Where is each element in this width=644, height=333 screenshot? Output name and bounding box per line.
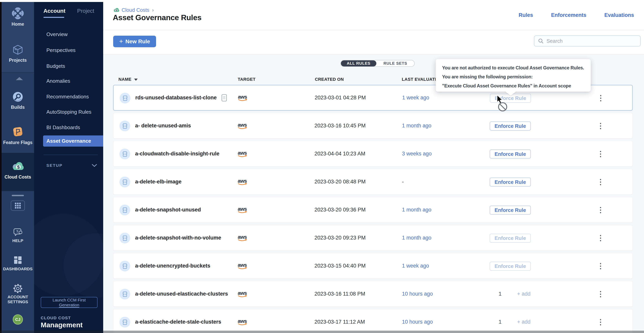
table-row[interactable]: a-delete-unencrypted-buckets aws 2023-03…	[113, 253, 633, 279]
rule-name[interactable]: rds-unused-databases-list-clone	[135, 85, 227, 110]
module-picker-button[interactable]	[11, 200, 25, 211]
rule-name[interactable]: a- delete-unused-amis	[135, 113, 191, 138]
created-on-value: 2023-03-17 11:12 AM	[314, 309, 365, 333]
rule-name[interactable]: a-elasticache-delete-stale-clusters	[135, 309, 221, 333]
sidebar-item-builds[interactable]: Builds	[2, 91, 34, 110]
row-menu-button[interactable]	[596, 121, 604, 131]
new-rule-button[interactable]: + New Rule	[113, 36, 156, 47]
window-top-edge	[0, 0, 644, 2]
chevron-down-icon	[92, 164, 97, 167]
rail-account-settings-label-2: SETTINGS	[8, 299, 28, 304]
rule-name[interactable]: a-cloudwatch-disable-insight-rule	[135, 141, 220, 166]
table-row[interactable]: a-cloudwatch-disable-insight-rule aws 20…	[113, 141, 633, 167]
search-input[interactable]	[546, 38, 633, 44]
toggle-rule-sets[interactable]: RULE SETS	[376, 60, 414, 67]
copy-icon[interactable]	[221, 94, 227, 102]
row-menu-button[interactable]	[596, 177, 604, 187]
tooltip-line-2: You are missing the following permission…	[442, 72, 584, 81]
row-menu-button[interactable]	[596, 261, 604, 271]
svg-text:aws: aws	[238, 234, 247, 240]
sidenav-item-autostopping-rules[interactable]: AutoStopping Rules	[46, 109, 92, 115]
sidenav-setup-group[interactable]: SETUP	[46, 163, 97, 168]
enforcement-count: 1	[496, 309, 504, 333]
enforce-rule-button[interactable]: Enforce Rule	[490, 234, 531, 243]
search-icon	[538, 38, 544, 44]
scope-tabs: Account Project	[44, 8, 98, 14]
sidebar-item-home[interactable]: Home	[2, 8, 34, 27]
enforce-rule-button[interactable]: Enforce Rule	[490, 206, 531, 215]
sidebar-item-projects[interactable]: Projects	[2, 44, 34, 63]
nav-link-rules[interactable]: Rules	[519, 12, 533, 18]
user-avatar[interactable]: CJ	[13, 314, 23, 324]
sidenav-item-asset-governance[interactable]: Asset Governance	[43, 135, 103, 147]
last-evaluation-link[interactable]: 3 weeks ago	[402, 141, 432, 166]
rail-help-label: HELP	[12, 238, 23, 243]
row-menu-button[interactable]	[596, 233, 604, 243]
sidenav-item-overview[interactable]: Overview	[46, 31, 68, 38]
last-evaluation-link[interactable]: 10 hours ago	[402, 281, 433, 306]
last-evaluation-link[interactable]: 1 week ago	[402, 253, 429, 278]
column-header-name[interactable]: NAME	[118, 77, 138, 82]
table-row[interactable]: a-elasticache-delete-stale-clusters aws …	[113, 309, 633, 333]
svg-text:aws: aws	[238, 150, 247, 156]
target-aws-logo: aws	[237, 281, 248, 306]
header-nav-links: Rules Enforcements Evaluations	[519, 12, 634, 18]
last-evaluation-link[interactable]: 1 month ago	[402, 225, 431, 250]
tab-project[interactable]: Project	[77, 8, 94, 14]
tab-account[interactable]: Account	[44, 8, 66, 14]
table-row[interactable]: a-delete-unused-elasticache-clusters aws…	[113, 281, 633, 307]
sidenav-item-anomalies[interactable]: Anomalies	[46, 78, 70, 84]
module-grid-icon	[14, 202, 21, 209]
enforce-rule-button[interactable]: Enforce Rule	[490, 150, 531, 159]
row-menu-button[interactable]	[596, 317, 604, 327]
launch-ccm-first-gen-button[interactable]: Launch CCM First Generation	[41, 297, 98, 308]
toggle-all-rules[interactable]: ALL RULES	[341, 60, 376, 67]
row-menu-button[interactable]	[597, 94, 605, 103]
svg-text:$: $	[116, 9, 117, 12]
last-evaluation-link[interactable]: 1 month ago	[402, 113, 431, 138]
row-menu-button[interactable]	[596, 205, 604, 215]
rail-collapse-icon[interactable]	[16, 77, 23, 80]
rule-name[interactable]: a-delete-snapshot-with-no-volume	[135, 225, 221, 250]
sidebar-item-feature-flags[interactable]: Feature Flags	[2, 126, 34, 145]
window-bottom-edge	[0, 331, 644, 333]
add-enforcement-link[interactable]: + add	[517, 281, 530, 306]
rule-name[interactable]: a-delete-elb-image	[135, 169, 182, 194]
last-evaluation-link[interactable]: 1 month ago	[402, 197, 431, 222]
sidebar-item-account-settings[interactable]: ACCOUNT SETTINGS	[2, 284, 34, 304]
sidenav-item-budgets[interactable]: Budgets	[46, 63, 65, 69]
enforce-rule-button[interactable]: Enforce Rule	[490, 178, 531, 187]
rail-home-label: Home	[12, 22, 24, 27]
sidenav-item-bi-dashboards[interactable]: BI Dashboards	[46, 124, 80, 131]
search-box	[534, 36, 641, 47]
rule-name[interactable]: a-delete-unencrypted-buckets	[135, 253, 210, 278]
table-row[interactable]: a-delete-elb-image aws 2023-03-20 08:48 …	[113, 169, 633, 195]
sidebar-item-cloud-costs[interactable]: $ Cloud Costs	[2, 161, 34, 180]
sidebar-item-help[interactable]: ? HELP	[2, 228, 34, 243]
table-row[interactable]: a-delete-snapshot-unused aws 2023-03-20 …	[113, 197, 633, 223]
permission-tooltip: You are not authorized to execute Cloud …	[436, 59, 591, 92]
sidenav-item-recommendations[interactable]: Recommendations	[46, 94, 89, 100]
table-row[interactable]: a-delete-snapshot-with-no-volume aws 202…	[113, 225, 633, 251]
enforce-rule-button[interactable]: Enforce Rule	[490, 122, 531, 131]
harness-logo-icon	[12, 8, 24, 19]
table-row[interactable]: a- delete-unused-amis aws 2023-03-16 10:…	[113, 113, 633, 139]
add-enforcement-link[interactable]: + add	[517, 309, 530, 333]
last-evaluation-link[interactable]: 1 week ago	[402, 85, 429, 110]
rule-name[interactable]: a-delete-unused-elasticache-clusters	[135, 281, 228, 306]
sidenav-item-perspectives[interactable]: Perspectives	[46, 47, 76, 53]
rule-name[interactable]: a-delete-snapshot-unused	[135, 197, 201, 222]
last-evaluation-link[interactable]: 10 hours ago	[402, 309, 433, 333]
nav-link-enforcements[interactable]: Enforcements	[551, 12, 586, 18]
breadcrumb: $ Cloud Costs ›	[113, 7, 154, 13]
sidebar-item-dashboards[interactable]: DASHBOARDS	[2, 256, 34, 271]
cloud-costs-sidenav: Account Project Overview Perspectives Bu…	[34, 2, 103, 333]
projects-cube-icon	[12, 44, 23, 55]
created-on-value: 2023-03-20 09:36 PM	[314, 197, 366, 222]
breadcrumb-cloud-costs-link[interactable]: Cloud Costs	[122, 7, 150, 13]
nav-link-evaluations[interactable]: Evaluations	[604, 12, 634, 18]
enforce-rule-button[interactable]: Enforce Rule	[490, 262, 531, 271]
row-menu-button[interactable]	[596, 289, 604, 299]
row-menu-button[interactable]	[596, 149, 604, 159]
new-rule-label: New Rule	[125, 39, 150, 45]
